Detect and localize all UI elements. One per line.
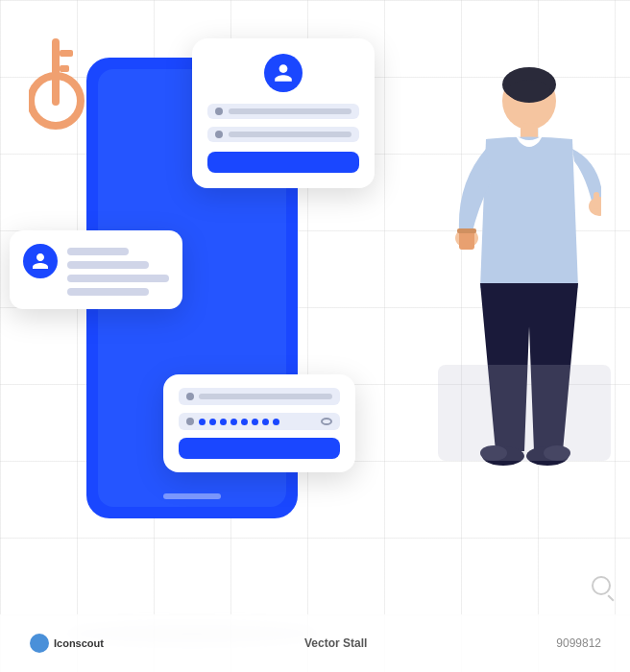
illustration-canvas: Iconscout Vector Stall 9099812 <box>0 0 630 672</box>
asset-id-text: 9099812 <box>556 636 601 650</box>
profile-line-3 <box>67 275 169 282</box>
dot-1 <box>199 419 206 425</box>
svg-point-18 <box>30 634 49 653</box>
svg-rect-12 <box>594 192 599 209</box>
login-card <box>192 38 375 188</box>
dot-2 <box>209 419 216 425</box>
password-card <box>163 374 355 472</box>
iconscout-logo: Iconscout <box>29 633 115 654</box>
profile-line-2 <box>67 261 149 269</box>
shadow-block <box>438 365 611 461</box>
dot-4 <box>230 419 237 425</box>
avatar-icon <box>264 54 303 92</box>
watermark-bar: Iconscout Vector Stall 9099812 <box>0 614 630 672</box>
watermark-left: Iconscout <box>29 633 115 654</box>
asset-id: 9099812 <box>556 636 601 650</box>
profile-avatar-icon <box>23 244 58 278</box>
dot-7 <box>262 419 269 425</box>
dot-8 <box>273 419 279 425</box>
profile-line-1 <box>67 248 129 255</box>
login-button[interactable] <box>207 152 359 173</box>
search-corner-icon <box>592 576 611 595</box>
svg-point-6 <box>508 80 550 103</box>
svg-rect-2 <box>60 50 73 57</box>
username-bar <box>229 108 351 114</box>
profile-card <box>10 230 182 309</box>
password-field <box>207 127 359 142</box>
submit-button[interactable] <box>179 438 340 459</box>
dot-6 <box>252 419 258 425</box>
lock-small-icon <box>215 131 223 138</box>
phone-home-bar <box>163 493 221 499</box>
password-bar <box>229 132 351 137</box>
user-icon-pwd <box>186 393 194 400</box>
svg-rect-10 <box>457 228 476 233</box>
dot-3 <box>220 419 227 425</box>
username-pwd-field <box>179 388 340 405</box>
profile-line-4 <box>67 288 149 296</box>
brand-name: Vector Stall <box>304 636 367 650</box>
dot-5 <box>241 419 248 425</box>
password-dots-field <box>179 413 340 430</box>
svg-rect-3 <box>60 65 69 72</box>
svg-text:Iconscout: Iconscout <box>54 637 104 649</box>
user-small-icon <box>215 108 223 115</box>
profile-text-lines <box>67 244 169 296</box>
password-dots <box>199 419 316 425</box>
lock-icon-pwd <box>186 418 194 425</box>
person-figure <box>390 38 601 538</box>
username-pwd-bar <box>199 394 332 399</box>
username-field <box>207 104 359 119</box>
svg-rect-1 <box>52 38 60 106</box>
eye-icon <box>321 418 332 425</box>
